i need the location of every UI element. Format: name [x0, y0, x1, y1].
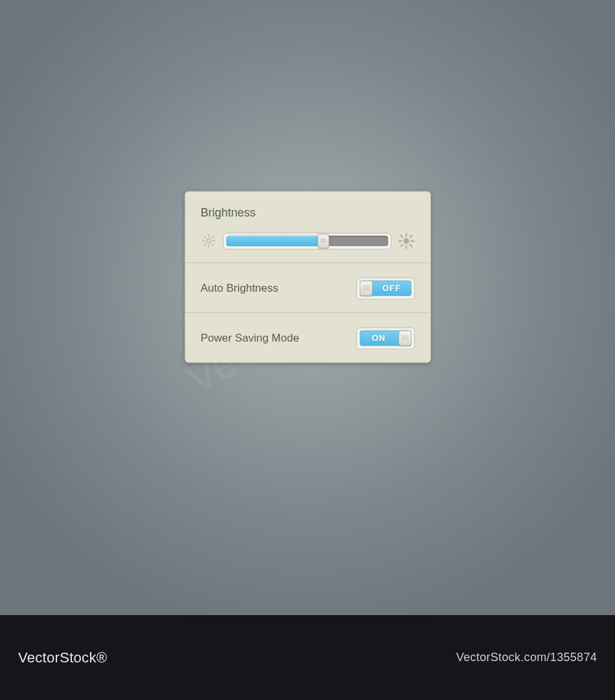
- svg-line-16: [400, 244, 402, 246]
- power-saving-state: ON: [360, 333, 399, 343]
- svg-line-6: [212, 244, 213, 245]
- settings-panel: Brightness: [185, 191, 431, 362]
- power-saving-toggle[interactable]: ON: [356, 327, 415, 349]
- svg-line-5: [204, 236, 205, 237]
- brightness-low-icon: [201, 233, 216, 248]
- svg-point-0: [206, 239, 210, 242]
- auto-brightness-section: Auto Brightness OFF: [185, 262, 430, 312]
- svg-line-14: [400, 235, 402, 237]
- power-saving-label: Power Saving Mode: [201, 331, 299, 344]
- footer-bar: VectorStock® VectorStock.com/1355874: [0, 615, 615, 700]
- footer-brand: VectorStock®: [18, 649, 107, 666]
- toggle-knob[interactable]: [399, 330, 412, 345]
- brightness-slider-track: [226, 235, 388, 246]
- auto-brightness-toggle[interactable]: OFF: [356, 277, 415, 299]
- toggle-knob[interactable]: [360, 280, 373, 296]
- canvas: VectorStock® Brightness: [0, 0, 615, 615]
- svg-point-9: [403, 238, 409, 244]
- auto-brightness-label: Auto Brightness: [201, 281, 279, 294]
- brightness-slider-fill: [226, 235, 323, 246]
- brightness-high-icon: [398, 232, 415, 249]
- brightness-slider-row: [201, 232, 415, 249]
- svg-line-17: [410, 235, 412, 237]
- brightness-title: Brightness: [201, 205, 415, 219]
- brightness-section: Brightness: [185, 191, 430, 262]
- brightness-slider-thumb[interactable]: [318, 233, 329, 248]
- brightness-slider[interactable]: [223, 232, 391, 249]
- svg-line-7: [204, 244, 205, 245]
- svg-line-15: [410, 244, 412, 246]
- svg-line-8: [212, 236, 213, 237]
- auto-brightness-state: OFF: [373, 283, 412, 293]
- power-saving-section: Power Saving Mode ON: [185, 312, 430, 362]
- footer-id: VectorStock.com/1355874: [456, 651, 597, 664]
